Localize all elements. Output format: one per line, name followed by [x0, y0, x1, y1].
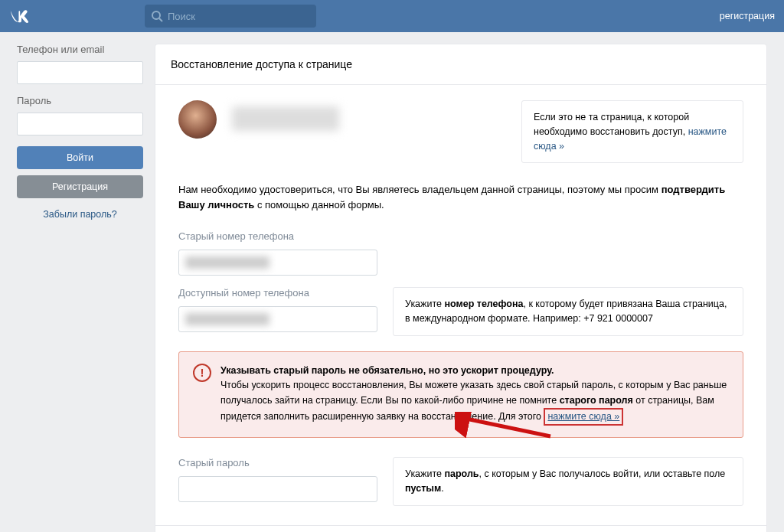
- register-button[interactable]: Регистрация: [17, 175, 143, 198]
- password-label: Пароль: [17, 95, 143, 106]
- old-phone-label: Старый номер телефона: [178, 230, 743, 242]
- search-input[interactable]: [145, 5, 316, 28]
- warning-box: ! Указывать старый пароль не обязательно…: [178, 351, 743, 439]
- avatar: [178, 100, 217, 139]
- old-password-label: Старый пароль: [178, 457, 377, 468]
- svg-line-1: [159, 18, 162, 21]
- svg-point-0: [152, 11, 160, 19]
- old-phone-input[interactable]: [178, 250, 377, 276]
- profile-name: [232, 100, 506, 131]
- instruction-text: Нам необходимо удостовериться, что Вы яв…: [178, 182, 743, 212]
- login-button[interactable]: Войти: [17, 146, 143, 169]
- sidebar: Телефон или email Пароль Войти Регистрац…: [17, 44, 143, 532]
- old-password-input[interactable]: [178, 476, 377, 502]
- vk-logo[interactable]: [9, 8, 34, 24]
- page-title: Восстановление доступа к странице: [155, 44, 766, 85]
- arrow-annotation: [455, 412, 554, 442]
- avail-phone-label: Доступный номер телефона: [178, 287, 377, 299]
- wrong-page-box: Если это не та страница, к которой необх…: [521, 100, 743, 163]
- header-register-link[interactable]: регистрация: [720, 11, 775, 21]
- phone-label: Телефон или email: [17, 44, 143, 55]
- search-icon: [151, 10, 163, 22]
- forgot-password-link[interactable]: Забыли пароль?: [17, 209, 143, 220]
- search-wrap: [145, 5, 316, 28]
- warning-icon: !: [193, 364, 211, 382]
- content: Восстановление доступа к странице Если э…: [155, 44, 767, 532]
- header: регистрация: [0, 0, 784, 32]
- avail-phone-input[interactable]: [178, 306, 377, 332]
- svg-line-2: [462, 418, 550, 436]
- extended-form-link[interactable]: нажмите сюда »: [544, 408, 623, 426]
- password-input[interactable]: [17, 113, 143, 135]
- password-help-box: Укажите пароль, с которым у Вас получало…: [393, 457, 743, 506]
- phone-input[interactable]: [17, 61, 143, 84]
- phone-help-box: Укажите номер телефона, к которому будет…: [393, 287, 743, 336]
